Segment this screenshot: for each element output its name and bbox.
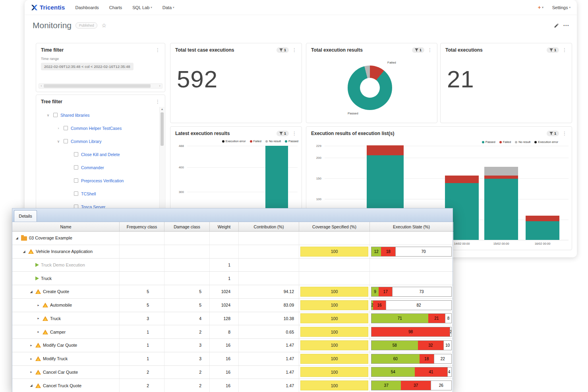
tree-expander-icon[interactable]: ∨ (46, 113, 50, 117)
checkbox[interactable] (64, 126, 68, 130)
row-expander-icon[interactable]: ◢ (29, 384, 33, 387)
column-header-execution-state-[interactable]: Execution State (%) (370, 222, 453, 231)
legend-item-execution-error[interactable]: Execution error (534, 140, 558, 144)
table-row[interactable]: Truck1 (12, 272, 453, 285)
column-header-damage-class[interactable]: Damage class (164, 222, 210, 231)
row-expander-icon[interactable]: ▸ (36, 317, 41, 320)
table-row[interactable]: ▸Automobile55102483.0910021682 (12, 299, 453, 312)
table-row[interactable]: ▸Cancel Car Quote22161.4710054414 (12, 366, 453, 379)
settings-menu[interactable]: Settings▾ (552, 5, 571, 10)
legend-item-no-result[interactable]: No result (265, 139, 281, 143)
table-row[interactable]: ▸Modify Truck13161.47100601822 (12, 352, 453, 366)
filter-count-chip[interactable]: 1 (277, 47, 289, 53)
scroll-up-icon[interactable]: ▲ (160, 107, 164, 112)
filter-count-chip[interactable]: 1 (547, 47, 559, 53)
row-expander-icon[interactable]: ◢ (29, 290, 33, 294)
tree-expander-icon[interactable]: › (56, 126, 61, 130)
kebab-menu-icon[interactable]: ⋮ (427, 47, 433, 53)
cell-freq: 3 (120, 312, 164, 325)
legend-item-failed[interactable]: Failed (499, 140, 511, 144)
cell-coverage: 100 (299, 352, 370, 365)
add-new-button[interactable]: +▾ (538, 4, 544, 10)
tab-details[interactable]: Details (14, 210, 37, 222)
donut-chart[interactable] (348, 66, 392, 110)
exec-segment-red: 17 (379, 287, 392, 296)
column-header-coverage-specified-[interactable]: Coverage Specified (%) (299, 222, 370, 231)
row-name: Truck (50, 316, 61, 321)
legend-dot-icon (222, 140, 224, 143)
tree-item[interactable]: ∨Shared libraries (36, 108, 159, 122)
filter-count-chip[interactable]: 1 (277, 131, 289, 136)
cell-name: ▸Camper (12, 325, 120, 338)
checkbox[interactable] (74, 152, 78, 156)
nav-item-data[interactable]: Data▾ (162, 5, 174, 10)
row-expander-icon[interactable]: ▸ (36, 330, 41, 334)
execution-state-bar: 21682 (371, 300, 452, 310)
y-tick-label: 150 (316, 177, 321, 180)
tree-item[interactable]: Commander (36, 161, 159, 174)
legend-item-passed[interactable]: Passed (482, 140, 495, 144)
scrollbar-thumb[interactable] (161, 112, 164, 146)
table-row[interactable]: ▸Modify Car Quote13161.47100583210 (12, 339, 453, 352)
checkbox[interactable] (53, 113, 58, 117)
tree-item[interactable]: TCShell (36, 187, 159, 200)
table-row[interactable]: ▸Camper1280.65100982 (12, 325, 453, 339)
row-expander-icon[interactable]: ◢ (22, 250, 26, 253)
tree-item[interactable]: Preprocess Verification (36, 174, 159, 187)
favorite-star-icon[interactable]: ☆ (101, 22, 106, 29)
cell-damage (164, 259, 210, 272)
tree-expander-icon[interactable]: ∨ (56, 139, 61, 143)
legend-item-no-result[interactable]: No result (515, 140, 530, 144)
row-expander-icon[interactable]: ▸ (36, 303, 41, 307)
tree-item[interactable]: ›Common Helper TestCases (36, 122, 159, 135)
row-expander-icon[interactable]: ▸ (29, 344, 33, 347)
stacked-bar[interactable] (484, 167, 518, 240)
kebab-menu-icon[interactable]: ⋮ (561, 131, 568, 136)
nav-item-sql-lab[interactable]: SQL Lab▾ (132, 5, 152, 10)
column-header-contribution-[interactable]: Contribution (%) (239, 222, 299, 231)
kebab-menu-icon[interactable]: ⋮ (291, 131, 298, 136)
table-row[interactable]: ◢Vehicle Insurance Application100121870 (12, 245, 453, 259)
column-header-weight[interactable]: Weight (210, 222, 239, 231)
exec-segment-white: 10 (443, 341, 451, 350)
column-header-name[interactable]: Name (12, 222, 120, 231)
checkbox[interactable] (64, 139, 68, 143)
table-row[interactable]: ◢03 Coverage Example (12, 232, 453, 245)
kebab-menu-icon[interactable]: ⋮ (155, 99, 161, 104)
kebab-menu-icon[interactable]: ⋮ (561, 47, 568, 53)
scroll-right-icon[interactable]: › (157, 84, 162, 88)
checkbox[interactable] (74, 178, 78, 183)
filter-count-chip[interactable]: 1 (412, 47, 424, 53)
row-expander-icon[interactable]: ▸ (29, 370, 33, 374)
legend-item-execution-error[interactable]: Execution error (222, 139, 246, 143)
filter-count-chip[interactable]: 1 (547, 131, 559, 136)
tree-item[interactable]: ∨Common Library (36, 135, 159, 148)
column-header-frequency-class[interactable]: Frequency class (120, 222, 164, 231)
legend-item-failed[interactable]: Failed (250, 139, 261, 143)
checkbox[interactable] (74, 165, 78, 170)
stacked-bar[interactable] (526, 216, 559, 240)
legend-item-passed[interactable]: Passed (285, 139, 298, 143)
scrollbar-thumb[interactable] (44, 84, 151, 88)
tree-item[interactable]: Close Kill and Delete (36, 148, 159, 161)
brand[interactable]: Tricentis (31, 4, 65, 11)
table-row[interactable]: Truck Demo Execution1 (12, 259, 453, 272)
edit-pencil-icon[interactable] (554, 23, 559, 28)
scroll-left-icon[interactable]: ‹ (39, 84, 44, 88)
more-ellipsis-icon[interactable]: ⋯ (563, 22, 569, 29)
filter-funnel-icon (549, 48, 553, 52)
kebab-menu-icon[interactable]: ⋮ (155, 47, 161, 53)
checkbox[interactable] (74, 191, 78, 196)
table-row[interactable]: ◢Cancel Truck Quote22161.47100373726 (12, 379, 453, 392)
time-range-value[interactable]: 2022-02-09T12:35:48 < col < 2022-02-16T1… (41, 63, 133, 70)
exec-segment-green: 58 (371, 341, 418, 350)
row-expander-icon[interactable]: ◢ (15, 236, 19, 240)
table-row[interactable]: ▸Truck3412810.3810071218 (12, 312, 453, 326)
kebab-menu-icon[interactable]: ⋮ (291, 47, 298, 53)
nav-item-charts[interactable]: Charts (109, 5, 122, 10)
nav-item-dashboards[interactable]: Dashboards (75, 5, 99, 10)
coverage-bar: 100 (300, 380, 368, 390)
table-row[interactable]: ◢Create Quote55102494.1210091773 (12, 285, 453, 299)
row-expander-icon[interactable]: ▸ (29, 357, 33, 361)
horizontal-scrollbar[interactable]: ‹ › (39, 83, 162, 89)
